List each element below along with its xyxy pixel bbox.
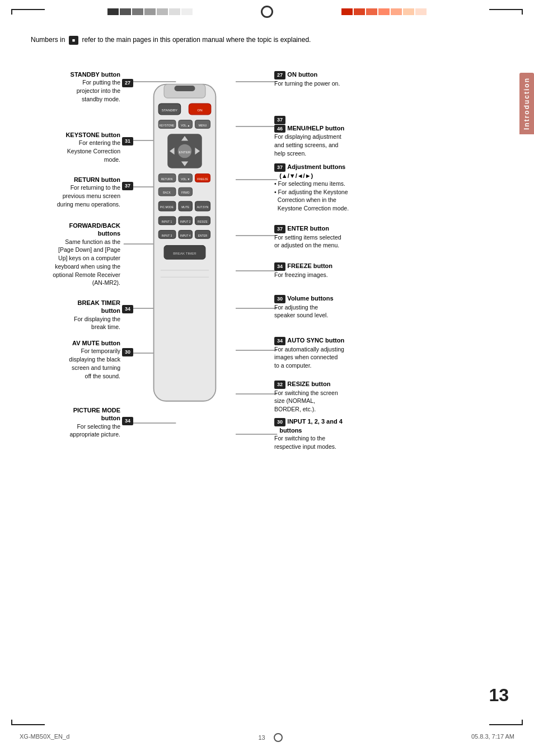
svg-text:PIC.MODE: PIC.MODE xyxy=(160,206,174,209)
auto-sync-badge: 34 xyxy=(274,337,285,345)
keystone-badge: 31 xyxy=(122,137,133,145)
freeze-desc: For freezing images. xyxy=(274,271,386,279)
return-desc: For returning to theprevious menu screen… xyxy=(22,184,120,208)
svg-text:ENTER: ENTER xyxy=(198,234,208,237)
intro-text-after: refer to the main pages in this operatio… xyxy=(82,36,311,44)
side-tab-introduction: Introduction xyxy=(519,73,534,134)
annotation-resize: 32 RESIZE button For switching the scree… xyxy=(274,380,386,414)
top-decoration-left xyxy=(107,8,193,15)
break-timer-desc: For displaying thebreak time. xyxy=(22,315,120,331)
volume-badge: 30 xyxy=(274,295,285,303)
forward-back-title: FORWARD/BACKbuttons xyxy=(22,222,120,238)
picture-mode-badge: 34 xyxy=(122,416,133,425)
annotation-adjustment: 37 Adjustment buttons (▲/▼/◄/►) • For se… xyxy=(274,163,386,213)
annotation-picture-mode: PICTURE MODEbutton For selecting theappr… xyxy=(22,406,120,439)
menu-desc: For displaying adjustmentand setting scr… xyxy=(274,133,386,157)
av-mute-title: AV MUTE button xyxy=(22,339,120,347)
on-desc: For turning the power on. xyxy=(274,79,386,88)
footer-filename: XG-MB50X_EN_d xyxy=(20,733,69,742)
svg-text:STANDBY: STANDBY xyxy=(162,108,178,112)
standby-desc: For putting theprojector into thestandby… xyxy=(22,78,120,103)
svg-text:VOL.▼: VOL.▼ xyxy=(181,178,190,181)
svg-text:ON: ON xyxy=(197,108,202,112)
break-timer-title: BREAK TIMERbutton xyxy=(22,299,120,315)
remote-svg: STANDBY ON KEYSTONE VOL.▲ MENU xyxy=(140,54,229,445)
remote-control: STANDBY ON KEYSTONE VOL.▲ MENU xyxy=(140,54,252,447)
top-decoration-right xyxy=(341,8,427,15)
annotation-enter: 37 ENTER button For setting items select… xyxy=(274,224,386,250)
keystone-title: KEYSTONE button xyxy=(22,131,120,139)
enter-title: ENTER button xyxy=(287,225,329,232)
svg-rect-18 xyxy=(175,86,195,91)
resize-desc: For switching the screensize (NORMAL,BOR… xyxy=(274,389,386,414)
return-title: RETURN button xyxy=(22,176,120,184)
footer-date: 05.8.3, 7:17 AM xyxy=(471,733,514,742)
svg-text:ENTER: ENTER xyxy=(179,150,191,154)
svg-text:INPUT 4: INPUT 4 xyxy=(180,234,191,237)
footer-page: 13 xyxy=(258,734,265,741)
return-badge: 37 xyxy=(122,181,133,190)
on-badge: 27 xyxy=(274,71,285,79)
center-circle-top xyxy=(261,6,273,18)
svg-text:MUTE: MUTE xyxy=(181,206,190,209)
svg-text:RETURN: RETURN xyxy=(161,178,173,181)
annotation-break-timer: BREAK TIMERbutton For displaying thebrea… xyxy=(22,299,120,331)
svg-text:RESIZE: RESIZE xyxy=(198,220,208,223)
standby-badge: 27 xyxy=(122,78,133,87)
svg-text:KEYSTONE: KEYSTONE xyxy=(160,124,175,127)
footer-center-circle: 13 xyxy=(258,733,282,742)
input-desc: For switching to therespective input mod… xyxy=(274,434,386,450)
adj-desc: • For selecting menu items.• For adjusti… xyxy=(274,180,386,213)
svg-text:BACK: BACK xyxy=(163,191,171,194)
keystone-desc: For entering theKeystone Correctionmode. xyxy=(22,139,120,163)
bottom-decoration xyxy=(11,720,523,725)
forward-back-desc: Same function as the[Page Down] and [Pag… xyxy=(22,238,120,287)
annotation-freeze: 34 FREEZE button For freezing images. xyxy=(274,262,386,279)
annotation-volume: 30 Volume buttons For adjusting thespeak… xyxy=(274,294,386,320)
break-timer-badge: 34 xyxy=(122,304,133,313)
auto-sync-title: AUTO SYNC button xyxy=(287,337,344,344)
freeze-title: FREEZE button xyxy=(287,262,332,269)
annotation-keystone: KEYSTONE button For entering theKeystone… xyxy=(22,131,120,163)
svg-text:INPUT 2: INPUT 2 xyxy=(180,220,191,223)
annotation-standby: STANDBY button For putting theprojector … xyxy=(22,71,120,103)
diagram-area: STANDBY button For putting theprojector … xyxy=(22,54,517,473)
page: Introduction Numbers in ■ refer to the m… xyxy=(0,0,534,756)
picture-mode-title: PICTURE MODEbutton xyxy=(22,406,120,422)
svg-text:FREEZE: FREEZE xyxy=(197,178,208,181)
menu-title: MENU/HELP button xyxy=(287,125,344,132)
annotation-return: RETURN button For returning to theprevio… xyxy=(22,176,120,208)
menu-badge-37: 37 xyxy=(274,116,285,124)
volume-desc: For adjusting thespeaker sound level. xyxy=(274,303,386,320)
av-mute-desc: For temporarilydisplaying the blackscree… xyxy=(22,347,120,380)
svg-text:VOL.▲: VOL.▲ xyxy=(181,124,190,127)
freeze-badge: 34 xyxy=(274,262,285,271)
intro-text-before: Numbers in xyxy=(31,36,65,44)
picture-mode-desc: For selecting theappropriate picture. xyxy=(22,422,120,439)
svg-rect-16 xyxy=(154,84,216,401)
intro-text: Numbers in ■ refer to the main pages in … xyxy=(31,35,500,45)
adj-badge: 37 xyxy=(274,163,285,172)
av-mute-badge: 30 xyxy=(122,348,133,356)
svg-text:FRWD: FRWD xyxy=(181,191,190,194)
annotation-input: 30 INPUT 1, 2, 3 and 4 buttons For switc… xyxy=(274,417,386,450)
annotation-auto-sync: 34 AUTO SYNC button For automatically ad… xyxy=(274,336,386,370)
enter-badge: 37 xyxy=(274,225,285,233)
annotation-on: 27 ON button For turning the power on. xyxy=(274,71,386,87)
annotation-menu-help: 37 46 MENU/HELP button For displaying ad… xyxy=(274,115,386,157)
enter-desc: For setting items selectedor adjusted on… xyxy=(274,233,386,250)
volume-title: Volume buttons xyxy=(287,295,333,302)
footer: XG-MB50X_EN_d 13 05.8.3, 7:17 AM xyxy=(0,733,534,742)
annotation-av-mute: AV MUTE button For temporarilydisplaying… xyxy=(22,339,120,380)
input-badge: 30 xyxy=(274,418,285,426)
on-title: ON button xyxy=(287,71,317,78)
side-tab-label: Introduction xyxy=(523,77,531,130)
resize-badge: 32 xyxy=(274,381,285,389)
svg-text:BREAK TIMER: BREAK TIMER xyxy=(173,251,196,255)
annotation-forward-back: FORWARD/BACKbuttons Same function as the… xyxy=(22,222,120,287)
svg-text:INPUT 3: INPUT 3 xyxy=(162,234,172,237)
menu-badge-46: 46 xyxy=(274,125,285,133)
page-number: 13 xyxy=(489,685,509,706)
intro-black-box: ■ xyxy=(69,36,78,45)
standby-title: STANDBY button xyxy=(22,71,120,78)
